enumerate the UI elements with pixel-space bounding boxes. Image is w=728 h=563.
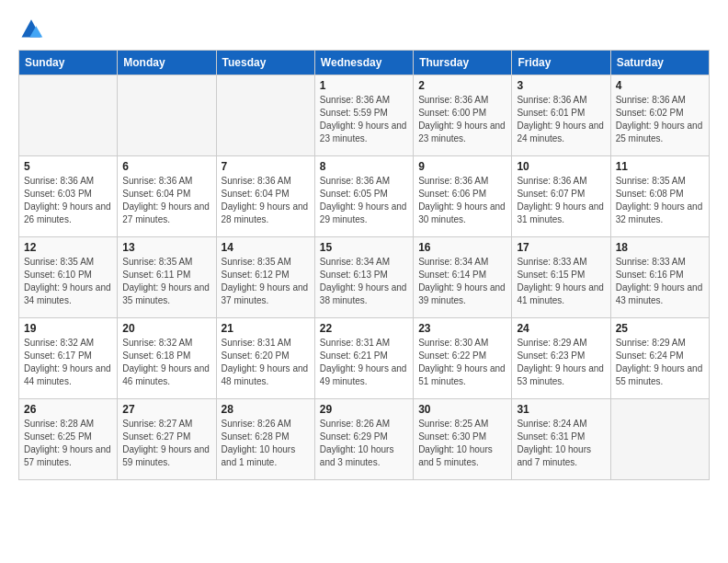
day-number: 7 <box>222 160 310 173</box>
day-info: Sunrise: 8:36 AMSunset: 5:59 PMDaylight:… <box>320 94 408 145</box>
column-header-tuesday: Tuesday <box>216 51 314 75</box>
calendar-cell: 6Sunrise: 8:36 AMSunset: 6:04 PMDaylight… <box>118 156 216 237</box>
calendar-week-3: 12Sunrise: 8:35 AMSunset: 6:10 PMDayligh… <box>19 237 710 318</box>
day-info: Sunrise: 8:36 AMSunset: 6:03 PMDaylight:… <box>24 175 112 226</box>
day-number: 28 <box>222 403 310 416</box>
calendar-cell: 20Sunrise: 8:32 AMSunset: 6:18 PMDayligh… <box>118 318 216 399</box>
day-number: 17 <box>517 241 605 254</box>
day-info: Sunrise: 8:32 AMSunset: 6:17 PMDaylight:… <box>24 337 112 388</box>
day-number: 22 <box>320 322 408 335</box>
day-info: Sunrise: 8:26 AMSunset: 6:29 PMDaylight:… <box>320 418 408 469</box>
day-number: 24 <box>517 322 605 335</box>
column-header-wednesday: Wednesday <box>314 51 413 75</box>
calendar-cell: 13Sunrise: 8:35 AMSunset: 6:11 PMDayligh… <box>118 237 216 318</box>
day-info: Sunrise: 8:29 AMSunset: 6:24 PMDaylight:… <box>616 337 704 388</box>
day-info: Sunrise: 8:36 AMSunset: 6:04 PMDaylight:… <box>122 175 210 226</box>
day-number: 1 <box>320 79 408 92</box>
calendar-cell: 9Sunrise: 8:36 AMSunset: 6:06 PMDaylight… <box>414 156 512 237</box>
day-info: Sunrise: 8:36 AMSunset: 6:04 PMDaylight:… <box>222 175 310 226</box>
column-header-friday: Friday <box>512 51 610 75</box>
column-header-monday: Monday <box>118 51 216 75</box>
day-info: Sunrise: 8:26 AMSunset: 6:28 PMDaylight:… <box>222 418 310 469</box>
day-number: 5 <box>24 160 112 173</box>
calendar-cell: 17Sunrise: 8:33 AMSunset: 6:15 PMDayligh… <box>512 237 610 318</box>
calendar-cell: 19Sunrise: 8:32 AMSunset: 6:17 PMDayligh… <box>19 318 118 399</box>
day-number: 26 <box>24 403 112 416</box>
day-number: 18 <box>616 241 704 254</box>
day-number: 11 <box>616 160 704 173</box>
column-header-thursday: Thursday <box>414 51 512 75</box>
calendar-week-5: 26Sunrise: 8:28 AMSunset: 6:25 PMDayligh… <box>19 399 710 480</box>
calendar-cell: 27Sunrise: 8:27 AMSunset: 6:27 PMDayligh… <box>118 399 216 480</box>
day-info: Sunrise: 8:36 AMSunset: 6:06 PMDaylight:… <box>418 175 506 226</box>
calendar-cell: 22Sunrise: 8:31 AMSunset: 6:21 PMDayligh… <box>314 318 413 399</box>
logo <box>18 15 48 40</box>
calendar-table: SundayMondayTuesdayWednesdayThursdayFrid… <box>18 50 710 480</box>
day-info: Sunrise: 8:32 AMSunset: 6:18 PMDaylight:… <box>122 337 210 388</box>
day-info: Sunrise: 8:34 AMSunset: 6:14 PMDaylight:… <box>418 256 506 307</box>
calendar-cell: 8Sunrise: 8:36 AMSunset: 6:05 PMDaylight… <box>314 156 413 237</box>
day-number: 25 <box>616 322 704 335</box>
column-header-sunday: Sunday <box>19 51 118 75</box>
day-number: 6 <box>122 160 210 173</box>
day-info: Sunrise: 8:35 AMSunset: 6:11 PMDaylight:… <box>122 256 210 307</box>
calendar-cell: 21Sunrise: 8:31 AMSunset: 6:20 PMDayligh… <box>216 318 314 399</box>
day-info: Sunrise: 8:36 AMSunset: 6:01 PMDaylight:… <box>517 94 605 145</box>
day-info: Sunrise: 8:36 AMSunset: 6:00 PMDaylight:… <box>418 94 506 145</box>
day-number: 9 <box>418 160 506 173</box>
day-info: Sunrise: 8:36 AMSunset: 6:07 PMDaylight:… <box>517 175 605 226</box>
calendar-cell: 1Sunrise: 8:36 AMSunset: 5:59 PMDaylight… <box>314 75 413 156</box>
calendar-cell: 10Sunrise: 8:36 AMSunset: 6:07 PMDayligh… <box>512 156 610 237</box>
day-number: 2 <box>418 79 506 92</box>
day-info: Sunrise: 8:35 AMSunset: 6:08 PMDaylight:… <box>616 175 704 226</box>
day-number: 21 <box>222 322 310 335</box>
calendar-cell: 24Sunrise: 8:29 AMSunset: 6:23 PMDayligh… <box>512 318 610 399</box>
day-info: Sunrise: 8:27 AMSunset: 6:27 PMDaylight:… <box>122 418 210 469</box>
day-info: Sunrise: 8:35 AMSunset: 6:12 PMDaylight:… <box>222 256 310 307</box>
calendar-cell: 31Sunrise: 8:24 AMSunset: 6:31 PMDayligh… <box>512 399 610 480</box>
day-number: 4 <box>616 79 704 92</box>
header <box>18 15 710 40</box>
day-info: Sunrise: 8:35 AMSunset: 6:10 PMDaylight:… <box>24 256 112 307</box>
day-number: 12 <box>24 241 112 254</box>
day-number: 14 <box>222 241 310 254</box>
calendar-week-4: 19Sunrise: 8:32 AMSunset: 6:17 PMDayligh… <box>19 318 710 399</box>
calendar-cell: 30Sunrise: 8:25 AMSunset: 6:30 PMDayligh… <box>414 399 512 480</box>
calendar-cell <box>216 75 314 156</box>
column-header-saturday: Saturday <box>610 51 709 75</box>
calendar-header-row: SundayMondayTuesdayWednesdayThursdayFrid… <box>19 51 710 75</box>
day-info: Sunrise: 8:36 AMSunset: 6:02 PMDaylight:… <box>616 94 704 145</box>
calendar-cell: 16Sunrise: 8:34 AMSunset: 6:14 PMDayligh… <box>414 237 512 318</box>
day-info: Sunrise: 8:24 AMSunset: 6:31 PMDaylight:… <box>517 418 605 469</box>
day-number: 19 <box>24 322 112 335</box>
day-number: 20 <box>122 322 210 335</box>
calendar-cell: 28Sunrise: 8:26 AMSunset: 6:28 PMDayligh… <box>216 399 314 480</box>
logo-icon <box>18 15 44 40</box>
day-info: Sunrise: 8:30 AMSunset: 6:22 PMDaylight:… <box>418 337 506 388</box>
day-info: Sunrise: 8:28 AMSunset: 6:25 PMDaylight:… <box>24 418 112 469</box>
calendar-cell: 4Sunrise: 8:36 AMSunset: 6:02 PMDaylight… <box>610 75 709 156</box>
calendar-week-2: 5Sunrise: 8:36 AMSunset: 6:03 PMDaylight… <box>19 156 710 237</box>
calendar-cell <box>610 399 709 480</box>
calendar-cell: 5Sunrise: 8:36 AMSunset: 6:03 PMDaylight… <box>19 156 118 237</box>
day-number: 23 <box>418 322 506 335</box>
calendar-cell: 12Sunrise: 8:35 AMSunset: 6:10 PMDayligh… <box>19 237 118 318</box>
day-number: 31 <box>517 403 605 416</box>
day-number: 8 <box>320 160 408 173</box>
day-info: Sunrise: 8:36 AMSunset: 6:05 PMDaylight:… <box>320 175 408 226</box>
calendar-cell: 7Sunrise: 8:36 AMSunset: 6:04 PMDaylight… <box>216 156 314 237</box>
day-info: Sunrise: 8:31 AMSunset: 6:20 PMDaylight:… <box>222 337 310 388</box>
calendar-cell <box>19 75 118 156</box>
calendar-cell: 14Sunrise: 8:35 AMSunset: 6:12 PMDayligh… <box>216 237 314 318</box>
day-number: 16 <box>418 241 506 254</box>
day-info: Sunrise: 8:31 AMSunset: 6:21 PMDaylight:… <box>320 337 408 388</box>
day-number: 10 <box>517 160 605 173</box>
calendar-cell: 11Sunrise: 8:35 AMSunset: 6:08 PMDayligh… <box>610 156 709 237</box>
calendar-cell: 2Sunrise: 8:36 AMSunset: 6:00 PMDaylight… <box>414 75 512 156</box>
calendar-cell: 15Sunrise: 8:34 AMSunset: 6:13 PMDayligh… <box>314 237 413 318</box>
page: SundayMondayTuesdayWednesdayThursdayFrid… <box>0 0 728 495</box>
calendar-cell <box>118 75 216 156</box>
calendar-cell: 18Sunrise: 8:33 AMSunset: 6:16 PMDayligh… <box>610 237 709 318</box>
day-number: 13 <box>122 241 210 254</box>
day-info: Sunrise: 8:25 AMSunset: 6:30 PMDaylight:… <box>418 418 506 469</box>
